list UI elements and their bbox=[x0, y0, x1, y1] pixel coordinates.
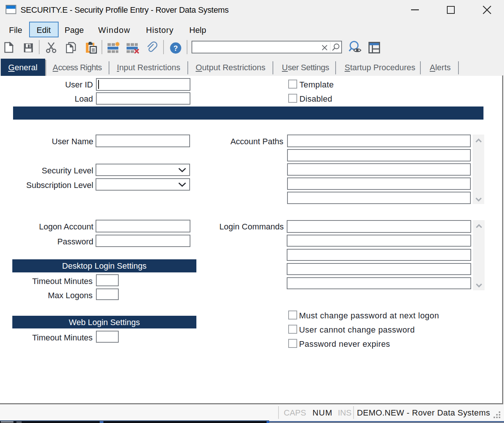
svg-text:?: ? bbox=[174, 44, 178, 52]
